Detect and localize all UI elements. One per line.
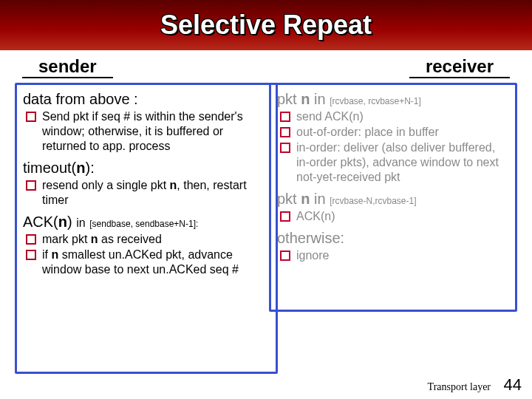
footer-label: Transport layer — [428, 381, 491, 392]
title-bar: Selective Repeat — [0, 0, 532, 50]
list-item-text: send ACK(n) — [296, 109, 509, 124]
list-item: out-of-order: place in buffer — [277, 125, 509, 140]
receiver-sect2-heading: pkt n in [rcvbase-N,rcvbase-1] — [277, 191, 509, 208]
bullet-icon — [280, 127, 290, 137]
sender-sect3-list: mark pkt n as receivedif n smallest un.A… — [23, 232, 270, 277]
receiver-sect2-list: ACK(n) — [277, 209, 509, 224]
page-number: 44 — [504, 375, 522, 394]
bullet-icon — [26, 112, 36, 122]
list-item-text: ACK(n) — [296, 209, 509, 224]
receiver-heading: receiver — [409, 56, 510, 78]
receiver-sect3-heading: otherwise: — [277, 230, 509, 247]
bullet-icon — [280, 211, 290, 222]
list-item: if n smallest un.ACKed pkt, advance wind… — [23, 248, 270, 277]
slide-body: sender receiver data from above : Send p… — [0, 50, 532, 375]
sender-heading: sender — [22, 56, 113, 78]
list-item-text: Send pkt if seq # is within the sender's… — [42, 109, 270, 154]
bullet-icon — [26, 234, 36, 245]
sender-sect1-heading: data from above : — [23, 91, 270, 108]
receiver-sect1-list: send ACK(n)out-of-order: place in buffer… — [277, 109, 509, 185]
footer: Transport layer 44 — [428, 375, 522, 395]
sender-box: data from above : Send pkt if seq # is w… — [15, 83, 278, 374]
bullet-icon — [280, 143, 290, 153]
list-item: in-order: deliver (also deliver buffered… — [277, 140, 509, 185]
list-item-text: resend only a single pkt n, then, restar… — [42, 178, 270, 208]
list-item: Send pkt if seq # is within the sender's… — [23, 109, 270, 154]
list-item-text: if n smallest un.ACKed pkt, advance wind… — [42, 248, 270, 277]
receiver-box: pkt n in [rcvbase, rcvbase+N-1] send ACK… — [269, 83, 517, 312]
sender-sect2-heading: timeout(n): — [23, 160, 270, 177]
bullet-icon — [280, 250, 290, 261]
bullet-icon — [280, 112, 290, 122]
receiver-sect1-heading: pkt n in [rcvbase, rcvbase+N-1] — [277, 91, 509, 108]
list-item: mark pkt n as received — [23, 232, 270, 247]
sender-sect1-list: Send pkt if seq # is within the sender's… — [23, 109, 270, 154]
list-item-text: mark pkt n as received — [42, 232, 270, 247]
list-item-text: out-of-order: place in buffer — [296, 125, 509, 140]
list-item: ignore — [277, 248, 509, 263]
list-item: resend only a single pkt n, then, restar… — [23, 178, 270, 208]
list-item: ACK(n) — [277, 209, 509, 224]
receiver-sect3-list: ignore — [277, 248, 509, 263]
slide-title: Selective Repeat — [160, 10, 372, 41]
list-item: send ACK(n) — [277, 109, 509, 124]
sender-sect2-list: resend only a single pkt n, then, restar… — [23, 178, 270, 208]
bullet-icon — [26, 250, 36, 260]
bullet-icon — [26, 180, 36, 191]
sender-sect3-heading: ACK(n) in [sendbase, sendbase+N-1]: — [23, 214, 270, 231]
list-item-text: in-order: deliver (also deliver buffered… — [296, 140, 509, 185]
list-item-text: ignore — [296, 248, 509, 263]
